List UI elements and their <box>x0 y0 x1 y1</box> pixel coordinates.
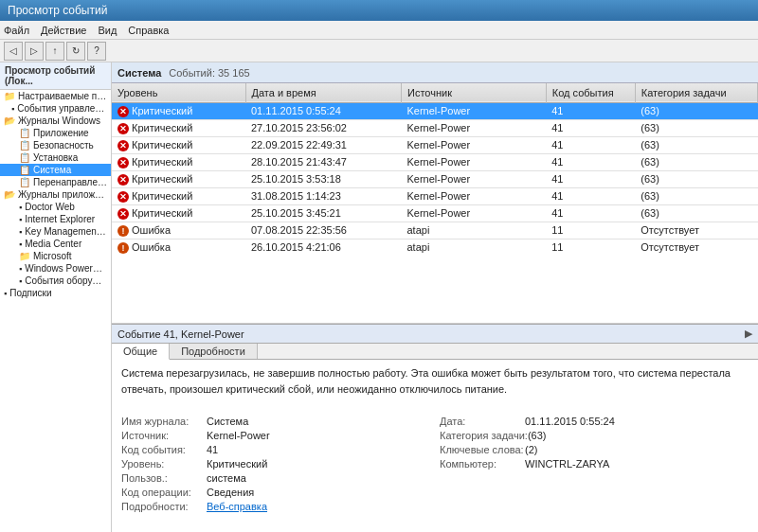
toolbar: ◁ ▷ ↑ ↻ ? <box>0 40 758 62</box>
sidebar-item-icon-0: 📁 <box>4 91 15 101</box>
sidebar-item-icon-2: 📂 <box>4 115 15 126</box>
sidebar-item-12[interactable]: ▪Media Center <box>0 238 111 250</box>
detail-meta-right-label-2: Ключевые слова: <box>440 444 525 455</box>
detail-meta-right-value-1: (63) <box>528 430 547 441</box>
tab-general[interactable]: Общие <box>112 344 170 360</box>
sidebar-item-label-4: Безопасность <box>33 140 94 151</box>
sidebar-item-0[interactable]: 📁Настраиваемые пред... <box>0 90 111 102</box>
cell-datetime-2: 22.09.2015 22:49:31 <box>245 136 402 153</box>
table-row[interactable]: ✕Критический31.08.2015 1:14:23Kernel-Pow… <box>112 187 758 204</box>
critical-icon: ✕ <box>117 157 129 168</box>
event-table: Уровень Дата и время Источник Код событи… <box>112 83 758 254</box>
detail-meta-label-0: Имя журнала: <box>121 416 207 427</box>
cell-category-8: Отсутствует <box>635 239 757 254</box>
table-row[interactable]: ✕Критический25.10.2015 3:53:18Kernel-Pow… <box>112 170 758 187</box>
sidebar-item-8[interactable]: 📂Журналы приложени... <box>0 188 111 201</box>
sidebar-item-3[interactable]: 📋Приложение <box>0 127 111 139</box>
sidebar-item-label-15: События оборудо... <box>25 275 111 286</box>
toolbar-back[interactable]: ◁ <box>4 42 23 61</box>
cell-level-0: ✕Критический <box>112 102 245 119</box>
detail-meta-left-row-5: Код операции:Сведения <box>121 487 430 498</box>
cell-code-3: 41 <box>546 153 635 170</box>
detail-meta: Имя журнала:СистемаИсточник:Kernel-Power… <box>112 410 758 521</box>
sidebar-item-label-5: Установка <box>33 152 78 163</box>
table-row[interactable]: !Ошибка07.08.2015 22:35:56atapi11Отсутст… <box>112 222 758 239</box>
tab-details[interactable]: Подробности <box>170 344 258 359</box>
critical-icon: ✕ <box>117 191 129 203</box>
detail-meta-right-value-2: (2) <box>525 444 537 455</box>
sidebar-item-label-10: Internet Explorer <box>25 214 95 224</box>
critical-icon: ✕ <box>117 140 129 151</box>
cell-category-2: (63) <box>635 136 757 153</box>
main-layout: Просмотр событий (Лок... 📁Настраиваемые … <box>0 62 758 532</box>
menu-action[interactable]: Действие <box>41 25 86 36</box>
cell-level-8: !Ошибка <box>112 239 245 254</box>
table-row[interactable]: !Ошибка26.10.2015 4:21:06atapi11Отсутств… <box>112 239 758 254</box>
detail-tabs: Общие Подробности <box>112 344 758 360</box>
table-row[interactable]: ✕Критический22.09.2015 22:49:31Kernel-Po… <box>112 136 758 153</box>
cell-level-4: ✕Критический <box>112 170 245 187</box>
table-row[interactable]: ✕Критический28.10.2015 21:43:47Kernel-Po… <box>112 153 758 170</box>
cell-code-4: 41 <box>546 170 635 187</box>
sidebar-item-7[interactable]: 📋Перенаправленны... <box>0 176 111 188</box>
detail-meta-right-row-1: Категория задачи:(63) <box>440 430 749 441</box>
content-area: Система Событий: 35 165 Уровень Дата и в… <box>112 62 758 532</box>
sidebar-item-11[interactable]: ▪Key Management S... <box>0 225 111 238</box>
col-category[interactable]: Категория задачи <box>635 83 757 102</box>
sidebar-item-label-1: События управлени... <box>17 103 111 114</box>
detail-meta-label-4: Пользов.: <box>121 472 207 484</box>
table-scroll[interactable]: Уровень Дата и время Источник Код событи… <box>112 83 758 254</box>
detail-meta-left-row-1: Источник:Kernel-Power <box>121 430 430 441</box>
sidebar-item-label-11: Key Management S... <box>25 226 111 237</box>
toolbar-refresh[interactable]: ↻ <box>66 42 85 61</box>
cell-category-1: (63) <box>635 119 757 136</box>
cell-source-8: atapi <box>402 239 547 254</box>
table-row[interactable]: ✕Критический25.10.2015 3:45:21Kernel-Pow… <box>112 204 758 222</box>
sidebar-item-15[interactable]: ▪События оборудо... <box>0 275 111 287</box>
sidebar-header: Просмотр событий (Лок... <box>0 62 111 90</box>
sidebar-item-16[interactable]: ▪Подписки <box>0 287 111 299</box>
table-row[interactable]: ✕Критический27.10.2015 23:56:02Kernel-Po… <box>112 119 758 136</box>
detail-meta-left-row-6: Подробности:Веб-справка <box>121 501 430 512</box>
sidebar-item-2[interactable]: 📂Журналы Windows <box>0 115 111 127</box>
menu-view[interactable]: Вид <box>98 25 117 36</box>
title-text: Просмотр событий <box>8 4 107 17</box>
sidebar-item-4[interactable]: 📋Безопасность <box>0 139 111 151</box>
detail-expand-icon[interactable]: ▶ <box>745 328 752 340</box>
col-code[interactable]: Код события <box>546 83 635 102</box>
cell-category-5: (63) <box>635 187 757 204</box>
sidebar-item-9[interactable]: ▪Doctor Web <box>0 201 111 213</box>
toolbar-help[interactable]: ? <box>87 42 106 61</box>
toolbar-up[interactable]: ↑ <box>45 42 64 61</box>
sidebar-scroll[interactable]: 📁Настраиваемые пред...▪События управлени… <box>0 90 111 531</box>
menu-bar: Файл Действие Вид Справка <box>0 21 758 40</box>
sidebar-item-icon-12: ▪ <box>19 239 22 249</box>
sidebar-item-10[interactable]: ▪Internet Explorer <box>0 213 111 225</box>
cell-source-0: Kernel-Power <box>402 102 547 119</box>
sidebar-item-icon-10: ▪ <box>19 215 22 224</box>
sidebar: Просмотр событий (Лок... 📁Настраиваемые … <box>0 62 112 532</box>
cell-category-0: (63) <box>635 102 757 119</box>
cell-level-6: ✕Критический <box>112 204 245 222</box>
sidebar-item-5[interactable]: 📋Установка <box>0 151 111 164</box>
col-datetime[interactable]: Дата и время <box>245 83 402 102</box>
sidebar-item-14[interactable]: ▪Windows PowerShe... <box>0 262 111 275</box>
col-source[interactable]: Источник <box>402 83 547 102</box>
detail-meta-value-6[interactable]: Веб-справка <box>207 501 267 512</box>
sidebar-item-label-14: Windows PowerShe... <box>25 263 111 274</box>
cell-code-2: 41 <box>546 136 635 153</box>
content-count: Событий: 35 165 <box>169 67 249 79</box>
menu-help[interactable]: Справка <box>128 25 169 36</box>
critical-icon: ✕ <box>117 174 129 186</box>
toolbar-forward[interactable]: ▷ <box>25 42 44 61</box>
title-bar: Просмотр событий <box>0 0 758 21</box>
sidebar-item-icon-1: ▪ <box>11 104 14 114</box>
table-row[interactable]: ✕Критический01.11.2015 0:55:24Kernel-Pow… <box>112 102 758 119</box>
sidebar-item-icon-4: 📋 <box>19 140 30 151</box>
sidebar-item-6[interactable]: 📋Система <box>0 164 111 176</box>
col-level[interactable]: Уровень <box>112 83 245 102</box>
menu-file[interactable]: Файл <box>4 25 29 36</box>
detail-meta-right-label-1: Категория задачи: <box>440 430 528 441</box>
sidebar-item-1[interactable]: ▪События управлени... <box>0 102 111 115</box>
sidebar-item-13[interactable]: 📁Microsoft <box>0 250 111 262</box>
